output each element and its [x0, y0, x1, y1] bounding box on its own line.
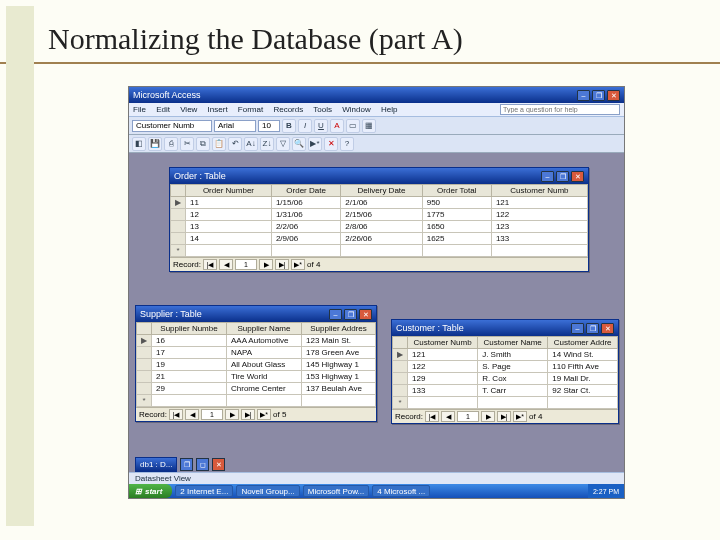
- nav-new-button[interactable]: ▶*: [513, 411, 527, 422]
- close-button[interactable]: ✕: [607, 90, 620, 101]
- customer-col-1[interactable]: Customer Name: [478, 337, 548, 349]
- supplier-col-1[interactable]: Supplier Name: [227, 323, 302, 335]
- customer-col-2[interactable]: Customer Addre: [548, 337, 618, 349]
- minimize-button[interactable]: –: [577, 90, 590, 101]
- nav-current-record[interactable]: 1: [457, 411, 479, 422]
- nav-prev-button[interactable]: ◀: [185, 409, 199, 420]
- nav-last-button[interactable]: ▶|: [497, 411, 511, 422]
- table-row[interactable]: 133T. Carr92 Star Ct.: [393, 385, 618, 397]
- table-row[interactable]: 142/9/062/26/061625133: [171, 233, 588, 245]
- gridlines-button[interactable]: ▦: [362, 119, 376, 133]
- view-button[interactable]: ◧: [132, 137, 146, 151]
- menu-help[interactable]: Help: [381, 105, 397, 114]
- table-row[interactable]: 121/31/062/15/061775122: [171, 209, 588, 221]
- field-selector[interactable]: Customer Numb: [132, 120, 212, 132]
- menu-edit[interactable]: Edit: [156, 105, 170, 114]
- menu-file[interactable]: File: [133, 105, 146, 114]
- table-row[interactable]: ▶16AAA Automotive123 Main St.: [137, 335, 376, 347]
- new-row[interactable]: *: [393, 397, 618, 409]
- sort-desc-button[interactable]: Z↓: [260, 137, 274, 151]
- filter-button[interactable]: ▽: [276, 137, 290, 151]
- nav-first-button[interactable]: |◀: [425, 411, 439, 422]
- supplier-col-2[interactable]: Supplier Addres: [302, 323, 376, 335]
- supplier-maximize-button[interactable]: ❐: [344, 309, 357, 320]
- order-col-4[interactable]: Customer Numb: [491, 185, 587, 197]
- order-col-3[interactable]: Order Total: [422, 185, 491, 197]
- save-button[interactable]: 💾: [148, 137, 162, 151]
- new-row[interactable]: *: [171, 245, 588, 257]
- nav-next-button[interactable]: ▶: [225, 409, 239, 420]
- nav-prev-button[interactable]: ◀: [441, 411, 455, 422]
- menu-format[interactable]: Format: [238, 105, 263, 114]
- supplier-col-0[interactable]: Supplier Numbe: [152, 323, 227, 335]
- restore-button[interactable]: ❐: [592, 90, 605, 101]
- sort-asc-button[interactable]: A↓: [244, 137, 258, 151]
- nav-first-button[interactable]: |◀: [169, 409, 183, 420]
- nav-next-button[interactable]: ▶: [481, 411, 495, 422]
- menu-view[interactable]: View: [180, 105, 197, 114]
- nav-next-button[interactable]: ▶: [259, 259, 273, 270]
- bold-button[interactable]: B: [282, 119, 296, 133]
- menu-records[interactable]: Records: [273, 105, 303, 114]
- table-row[interactable]: ▶121J. Smith14 Wind St.: [393, 349, 618, 361]
- table-row[interactable]: 122S. Page110 Fifth Ave: [393, 361, 618, 373]
- taskbar-item[interactable]: Microsoft Pow...: [303, 485, 369, 497]
- fill-color-button[interactable]: ▭: [346, 119, 360, 133]
- font-color-button[interactable]: A: [330, 119, 344, 133]
- minimized-db-window[interactable]: db1 : D... ❐ ◻ ✕: [135, 457, 225, 472]
- order-maximize-button[interactable]: ❐: [556, 171, 569, 182]
- cut-button[interactable]: ✂: [180, 137, 194, 151]
- nav-prev-button[interactable]: ◀: [219, 259, 233, 270]
- order-col-0[interactable]: Order Number: [186, 185, 272, 197]
- nav-last-button[interactable]: ▶|: [241, 409, 255, 420]
- table-row[interactable]: 29Chrome Center137 Beulah Ave: [137, 383, 376, 395]
- help-button[interactable]: ?: [340, 137, 354, 151]
- nav-current-record[interactable]: 1: [235, 259, 257, 270]
- table-row[interactable]: 21Tire World153 Highway 1: [137, 371, 376, 383]
- font-size-selector[interactable]: 10: [258, 120, 280, 132]
- table-row[interactable]: ▶111/15/062/1/06950121: [171, 197, 588, 209]
- order-col-1[interactable]: Order Date: [271, 185, 340, 197]
- customer-maximize-button[interactable]: ❐: [586, 323, 599, 334]
- taskbar-item[interactable]: 4 Microsoft ...: [372, 485, 430, 497]
- help-search-input[interactable]: [500, 104, 620, 115]
- customer-col-0[interactable]: Customer Numb: [408, 337, 478, 349]
- order-close-button[interactable]: ✕: [571, 171, 584, 182]
- print-button[interactable]: ⎙: [164, 137, 178, 151]
- font-name-selector[interactable]: Arial: [214, 120, 256, 132]
- minimized-restore-button[interactable]: ❐: [180, 458, 193, 471]
- new-row[interactable]: *: [137, 395, 376, 407]
- customer-close-button[interactable]: ✕: [601, 323, 614, 334]
- new-record-button[interactable]: ▶*: [308, 137, 322, 151]
- start-button[interactable]: ⊞ start: [129, 484, 172, 498]
- taskbar-item[interactable]: 2 Internet E...: [175, 485, 233, 497]
- customer-minimize-button[interactable]: –: [571, 323, 584, 334]
- nav-new-button[interactable]: ▶*: [257, 409, 271, 420]
- order-minimize-button[interactable]: –: [541, 171, 554, 182]
- taskbar-item[interactable]: Novell Group...: [236, 485, 299, 497]
- paste-button[interactable]: 📋: [212, 137, 226, 151]
- nav-current-record[interactable]: 1: [201, 409, 223, 420]
- nav-first-button[interactable]: |◀: [203, 259, 217, 270]
- nav-new-button[interactable]: ▶*: [291, 259, 305, 270]
- order-col-2[interactable]: Delivery Date: [341, 185, 422, 197]
- supplier-minimize-button[interactable]: –: [329, 309, 342, 320]
- minimized-maximize-button[interactable]: ◻: [196, 458, 209, 471]
- italic-button[interactable]: I: [298, 119, 312, 133]
- copy-button[interactable]: ⧉: [196, 137, 210, 151]
- supplier-close-button[interactable]: ✕: [359, 309, 372, 320]
- find-button[interactable]: 🔍: [292, 137, 306, 151]
- underline-button[interactable]: U: [314, 119, 328, 133]
- delete-record-button[interactable]: ✕: [324, 137, 338, 151]
- table-row[interactable]: 132/2/062/8/061650123: [171, 221, 588, 233]
- undo-button[interactable]: ↶: [228, 137, 242, 151]
- table-row[interactable]: 129R. Cox19 Mall Dr.: [393, 373, 618, 385]
- table-row[interactable]: 17NAPA178 Green Ave: [137, 347, 376, 359]
- nav-last-button[interactable]: ▶|: [275, 259, 289, 270]
- system-tray[interactable]: 2:27 PM: [588, 484, 624, 498]
- menu-insert[interactable]: Insert: [208, 105, 228, 114]
- table-row[interactable]: 19All About Glass145 Highway 1: [137, 359, 376, 371]
- menu-tools[interactable]: Tools: [313, 105, 332, 114]
- minimized-close-button[interactable]: ✕: [212, 458, 225, 471]
- menu-window[interactable]: Window: [342, 105, 370, 114]
